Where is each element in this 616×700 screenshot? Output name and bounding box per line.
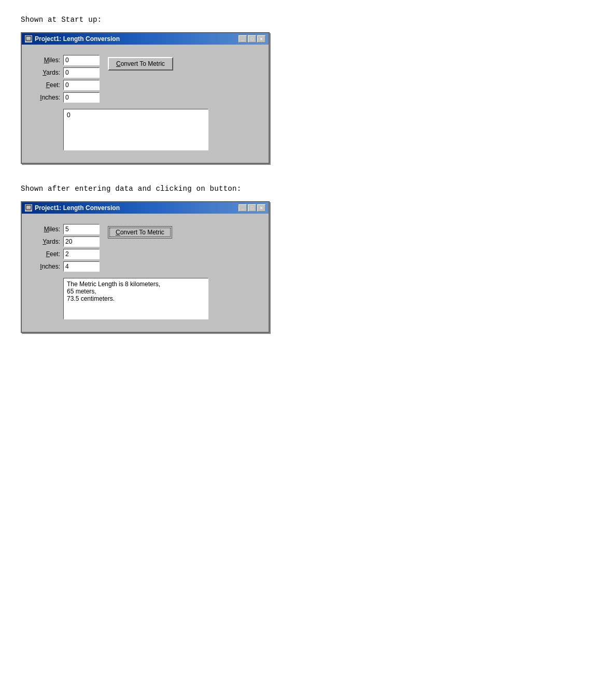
window-1: Project1: Length Conversion _ □ × Miles:… [21, 32, 270, 164]
output-box-2: The Metric Length is 8 kilometers, 65 me… [63, 278, 208, 319]
yards-row-2: Yards: [32, 236, 100, 247]
miles-label-2: Miles: [32, 226, 60, 233]
window-title-2: Project1: Length Conversion [35, 204, 120, 212]
output-box-1: 0 [63, 109, 208, 150]
description-2: Shown after entering data and clicking o… [21, 185, 595, 193]
window-title-1: Project1: Length Conversion [35, 35, 120, 43]
maximize-btn-2[interactable]: □ [248, 204, 256, 212]
form-area-2: Miles: Yards: Feet: Inches: [32, 224, 258, 272]
svg-rect-0 [26, 36, 31, 40]
labels-inputs-1: Miles: Yards: Feet: Inches: [32, 55, 100, 103]
miles-row-2: Miles: [32, 224, 100, 234]
yards-label-2: Yards: [32, 238, 60, 245]
minimize-btn-1[interactable]: _ [239, 35, 247, 43]
convert-btn-area-2: Convert To Metric [108, 226, 172, 239]
convert-to-metric-btn-2[interactable]: Convert To Metric [108, 226, 172, 239]
window-2: Project1: Length Conversion _ □ × Miles:… [21, 201, 270, 333]
maximize-btn-1[interactable]: □ [248, 35, 256, 43]
inches-label-1: Inches: [32, 94, 60, 101]
svg-rect-3 [26, 209, 31, 211]
close-btn-1[interactable]: × [257, 35, 265, 43]
description-1: Shown at Start up: [21, 16, 595, 24]
feet-input-1[interactable] [63, 80, 100, 90]
inches-input-2[interactable] [63, 261, 100, 272]
feet-row-2: Feet: [32, 249, 100, 259]
inches-input-1[interactable] [63, 92, 100, 103]
miles-input-1[interactable] [63, 55, 100, 65]
title-bar-controls-2: _ □ × [239, 204, 265, 212]
title-bar-controls-1: _ □ × [239, 35, 265, 43]
app-icon-1 [25, 35, 32, 43]
yards-row-1: Yards: [32, 67, 100, 78]
form-area-1: Miles: Yards: Feet: Inches: [32, 55, 258, 103]
yards-label-1: Yards: [32, 69, 60, 76]
yards-input-1[interactable] [63, 67, 100, 78]
convert-btn-area-1: Convert To Metric [108, 57, 173, 71]
title-bar-2: Project1: Length Conversion _ □ × [22, 202, 269, 214]
svg-rect-1 [26, 40, 31, 41]
miles-input-2[interactable] [63, 224, 100, 234]
miles-row-1: Miles: [32, 55, 100, 65]
feet-label-1: Feet: [32, 81, 60, 89]
convert-to-metric-btn-1[interactable]: Convert To Metric [108, 57, 173, 71]
title-bar-1: Project1: Length Conversion _ □ × [22, 33, 269, 45]
yards-input-2[interactable] [63, 236, 100, 247]
feet-row-1: Feet: [32, 80, 100, 90]
inches-label-2: Inches: [32, 263, 60, 270]
svg-rect-2 [26, 205, 31, 209]
window-body-1: Miles: Yards: Feet: Inches: [22, 45, 269, 163]
miles-label-1: Miles: [32, 57, 60, 64]
close-btn-2[interactable]: × [257, 204, 265, 212]
window-body-2: Miles: Yards: Feet: Inches: [22, 214, 269, 332]
minimize-btn-2[interactable]: _ [239, 204, 247, 212]
title-bar-left-2: Project1: Length Conversion [25, 204, 120, 212]
app-icon-2 [25, 204, 32, 212]
title-bar-left-1: Project1: Length Conversion [25, 35, 120, 43]
labels-inputs-2: Miles: Yards: Feet: Inches: [32, 224, 100, 272]
inches-row-1: Inches: [32, 92, 100, 103]
feet-input-2[interactable] [63, 249, 100, 259]
inches-row-2: Inches: [32, 261, 100, 272]
feet-label-2: Feet: [32, 250, 60, 258]
